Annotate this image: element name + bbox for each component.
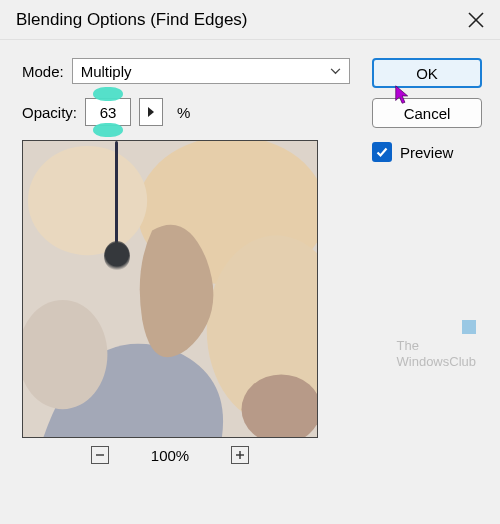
triangle-right-icon	[148, 107, 154, 117]
titlebar: Blending Options (Find Edges)	[0, 0, 500, 40]
watermark-icon	[462, 320, 476, 334]
svg-rect-8	[23, 141, 317, 437]
opacity-stepper[interactable]	[139, 98, 163, 126]
mode-select[interactable]: Multiply	[72, 58, 350, 84]
plus-icon	[235, 450, 245, 460]
check-icon	[375, 145, 389, 159]
opacity-input[interactable]	[86, 104, 130, 121]
cancel-button[interactable]: Cancel	[372, 98, 482, 128]
mode-value: Multiply	[81, 63, 132, 80]
opacity-field-wrap	[85, 98, 131, 126]
zoom-value: 100%	[151, 447, 189, 464]
ok-button[interactable]: OK	[372, 58, 482, 88]
close-icon[interactable]	[466, 10, 486, 30]
watermark: The WindowsClub	[397, 338, 476, 369]
preview-checkbox[interactable]	[372, 142, 392, 162]
minus-icon	[95, 450, 105, 460]
highlight-mark	[93, 123, 123, 137]
highlight-mark	[93, 87, 123, 101]
zoom-in-button[interactable]	[231, 446, 249, 464]
opacity-unit: %	[177, 104, 190, 121]
zoom-out-button[interactable]	[91, 446, 109, 464]
preview-thumbnail	[22, 140, 318, 438]
brush-stroke	[115, 141, 118, 253]
opacity-label: Opacity:	[22, 104, 77, 121]
chevron-down-icon	[330, 68, 341, 75]
dialog-title: Blending Options (Find Edges)	[16, 10, 248, 30]
brush-blob	[104, 241, 130, 271]
preview-label: Preview	[400, 144, 453, 161]
mode-label: Mode:	[22, 63, 64, 80]
